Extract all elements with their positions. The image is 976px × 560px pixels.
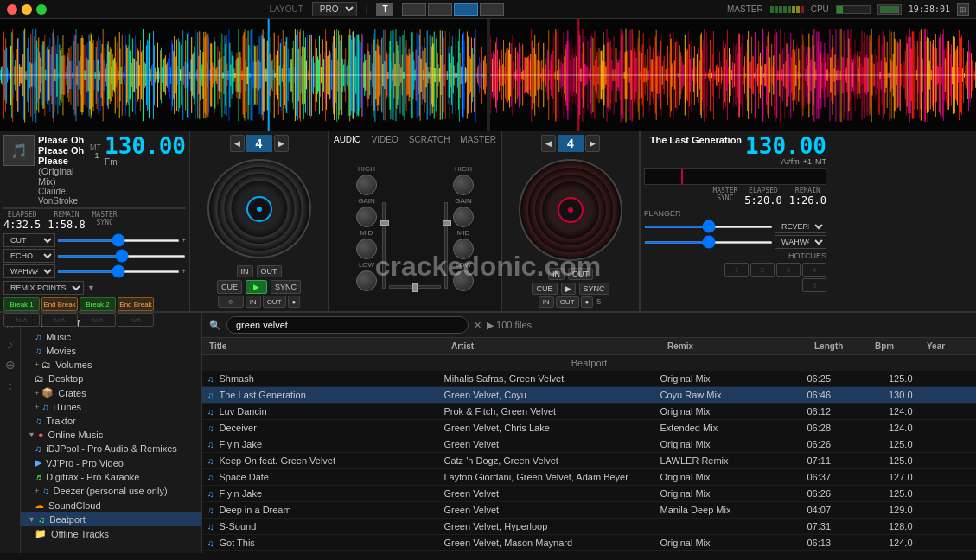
- layout-btn-2[interactable]: [428, 3, 452, 16]
- deck-b-pad-5[interactable]: 5: [802, 278, 826, 292]
- col-header-bpm[interactable]: Bpm: [868, 340, 920, 353]
- deck-b-pad-3[interactable]: 3: [776, 263, 801, 277]
- track-row[interactable]: ♫ The Last Generation Green Velvet, Coyu…: [202, 387, 976, 404]
- deck-b-pad-4[interactable]: 4: [802, 263, 826, 277]
- track-row[interactable]: ♫ Luv Dancin Prok & Fitch, Green Velvet …: [202, 404, 976, 420]
- track-row[interactable]: ♫ Flyin Jake Green Velvet Original Mix 0…: [202, 436, 976, 453]
- deck-a-pad-3[interactable]: Break 2: [80, 297, 116, 311]
- deck-a-in-btn[interactable]: IN: [237, 265, 253, 277]
- channel-fader-b[interactable]: [444, 202, 448, 289]
- deck-a-loop-out-btn[interactable]: OUT: [263, 296, 286, 308]
- deck-a-loop-in2-btn[interactable]: IN: [246, 296, 261, 308]
- deck-a-pad-4[interactable]: End Break: [118, 297, 154, 311]
- deck-b-fx2-select[interactable]: WAHWAH: [775, 235, 826, 249]
- deck-a-pad-1[interactable]: Break 1: [3, 297, 40, 311]
- low-knob-right[interactable]: [453, 270, 474, 291]
- deck-a-loop-in-btn[interactable]: ○: [218, 296, 244, 308]
- deck-b-pad-1[interactable]: 1: [724, 263, 749, 277]
- deck-a-pad-7[interactable]: N/A: [80, 313, 116, 327]
- track-row[interactable]: ♫ Keep On feat. Green Velvet Catz 'n Dog…: [202, 453, 976, 469]
- sidebar-item-crates[interactable]: + 📦 Crates: [21, 385, 201, 400]
- deck-b-pad-2[interactable]: 2: [750, 263, 775, 277]
- turntable-a[interactable]: [207, 159, 311, 258]
- deck-b-fx1-select[interactable]: REVERB: [775, 220, 826, 233]
- high-knob-left[interactable]: [356, 175, 377, 195]
- sidebar-item-traktor[interactable]: ♫ Traktor: [21, 414, 201, 428]
- layout-btn-3[interactable]: [454, 3, 478, 16]
- sidebar-item-digitrax[interactable]: ♬ Digitrax - Pro Karaoke: [21, 470, 201, 484]
- deck-a-fx3-select[interactable]: WAHWAH: [3, 264, 55, 278]
- mixer-tab-master[interactable]: MASTER: [460, 135, 496, 144]
- layout-btn-1[interactable]: [402, 3, 426, 16]
- track-row[interactable]: ♫ S-Sound Green Velvet, Hyperloop 07:31 …: [202, 519, 976, 535]
- col-header-year[interactable]: Year: [920, 340, 976, 353]
- gain-knob-right[interactable]: [453, 207, 474, 227]
- deck-b-loop-out-btn[interactable]: OUT: [556, 296, 579, 308]
- sidebar-item-desktop[interactable]: 🗂 Desktop: [21, 372, 201, 385]
- deck-a-fx3-btn[interactable]: +: [182, 267, 186, 276]
- mixer-tab-audio[interactable]: AUDIO: [334, 135, 361, 144]
- sidebar-item-movies[interactable]: ♫ Movies: [21, 344, 201, 358]
- deck-a-pad-8[interactable]: N/A: [118, 313, 154, 327]
- minimize-button[interactable]: [22, 4, 32, 15]
- track-row[interactable]: ♫ Deep in a Dream Green Velvet Manila De…: [202, 502, 976, 519]
- layout-select[interactable]: PRO: [312, 2, 357, 16]
- maximize-button[interactable]: [36, 4, 47, 15]
- sidebar-item-volumes[interactable]: + 🗂 Volumes: [21, 358, 201, 372]
- col-header-remix[interactable]: Remix: [660, 340, 807, 353]
- deck-b-next-btn[interactable]: ▶: [585, 135, 600, 152]
- turntable-b[interactable]: [519, 159, 622, 261]
- col-header-length[interactable]: Length: [807, 340, 868, 353]
- deck-a-remix-select[interactable]: REMIX POINTS: [3, 281, 84, 295]
- search-clear-icon[interactable]: ✕: [474, 320, 482, 331]
- settings-icon[interactable]: ⊞: [957, 3, 969, 16]
- col-header-title[interactable]: Title: [202, 340, 444, 353]
- sidebar-item-vjpro[interactable]: ▶ VJ'Pro - Pro Video: [21, 455, 201, 470]
- track-row[interactable]: ♫ Deceiver Green Velvet, Chris Lake Exte…: [202, 420, 976, 436]
- deck-b-play-btn[interactable]: ▶: [561, 283, 576, 295]
- mixer-tab-scratch[interactable]: SCRATCH: [409, 135, 450, 144]
- deck-a-fx2-slider[interactable]: [57, 255, 186, 258]
- deck-b-prev-btn[interactable]: ◀: [541, 135, 556, 152]
- track-row[interactable]: ♫ Shmash Mihalis Safras, Green Velvet Or…: [202, 371, 976, 387]
- col-header-artist[interactable]: Artist: [444, 340, 660, 353]
- deck-a-fx2-select[interactable]: ECHO: [3, 249, 55, 263]
- deck-a-play-btn[interactable]: ▶: [246, 280, 267, 294]
- deck-b-fx1-slider[interactable]: [644, 226, 773, 228]
- deck-a-pad-6[interactable]: N/A: [41, 313, 78, 327]
- deck-b-sync-btn[interactable]: SYNC: [579, 283, 609, 295]
- deck-b-fx2-slider[interactable]: [644, 241, 773, 244]
- sidebar-item-beatport[interactable]: ▼ ♫ Beatport: [21, 512, 201, 526]
- track-row[interactable]: ♫ Got This Green Velvet, Mason Maynard O…: [202, 535, 976, 551]
- deck-a-out-btn[interactable]: OUT: [257, 265, 282, 277]
- deck-a-pad-5[interactable]: N/A: [3, 313, 40, 327]
- sidebar-item-music[interactable]: ♫ Music: [21, 330, 201, 344]
- track-row[interactable]: ♫ Flyin Jake Green Velvet Original Mix 0…: [202, 486, 976, 502]
- close-button[interactable]: [7, 4, 17, 15]
- mixer-tab-video[interactable]: VIDEO: [372, 135, 399, 144]
- mid-knob-left[interactable]: [356, 239, 377, 259]
- deck-b-mini-waveform[interactable]: [644, 168, 826, 185]
- deck-a-fx1-btn[interactable]: +: [182, 236, 186, 245]
- sidebar-item-deezer[interactable]: + ♫ Deezer (personal use only): [21, 484, 201, 498]
- sidebar-item-idjpool[interactable]: ♫ iDJPool - Pro Audio & Remixes: [21, 442, 201, 455]
- nav-icon-plus[interactable]: ⊕: [5, 358, 16, 372]
- low-knob-left[interactable]: [356, 270, 377, 291]
- channel-fader-a[interactable]: [382, 202, 386, 289]
- nav-icon-arrows[interactable]: ↕: [7, 379, 13, 392]
- layout-btn-4[interactable]: [480, 3, 504, 16]
- deck-a-remix-btn[interactable]: ▼: [87, 283, 95, 292]
- sidebar-item-itunes[interactable]: + ♫ iTunes: [21, 400, 201, 414]
- search-input[interactable]: [226, 316, 469, 334]
- gain-knob-left[interactable]: [356, 207, 377, 227]
- high-knob-right[interactable]: [453, 175, 474, 195]
- mid-knob-right[interactable]: [453, 239, 474, 259]
- track-row[interactable]: ♫ Space Date Layton Giordani, Green Velv…: [202, 469, 976, 486]
- sidebar-item-offline-tracks[interactable]: 📁 Offline Tracks: [21, 526, 201, 541]
- deck-a-next-btn[interactable]: ▶: [274, 135, 289, 152]
- deck-a-fx1-slider[interactable]: [57, 239, 180, 242]
- deck-a-loop-dot-btn[interactable]: ●: [288, 296, 301, 308]
- deck-b-loop-dot-btn[interactable]: ●: [581, 296, 594, 308]
- deck-b-out-btn[interactable]: OUT: [568, 268, 593, 280]
- sidebar-item-online-music[interactable]: ▼ ● Online Music: [21, 428, 201, 442]
